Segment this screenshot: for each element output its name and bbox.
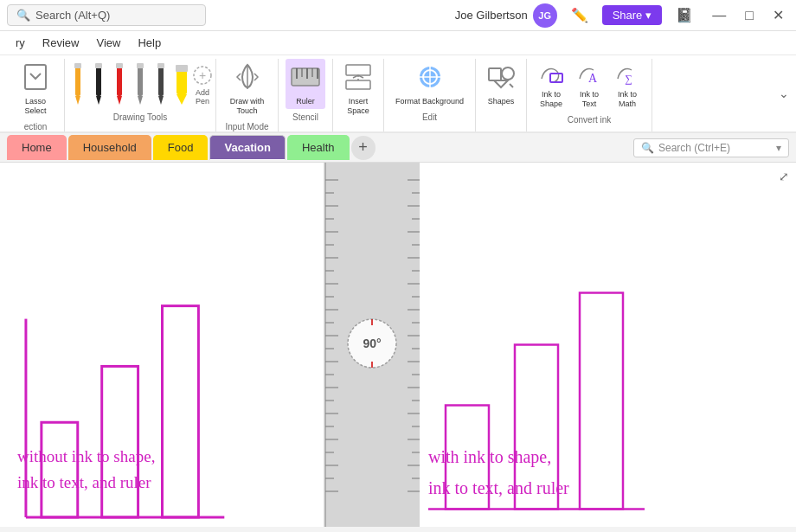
right-panel: with ink to shape, ink to text, and rule… xyxy=(420,163,796,527)
ribbon-expand-chevron[interactable]: ⌄ xyxy=(779,87,789,100)
ribbon-format-bg-section: Format Background Edit xyxy=(384,59,476,131)
menu-item-ry[interactable]: ry xyxy=(9,34,32,52)
pen-yellow-highlighter[interactable] xyxy=(172,62,191,106)
pen-black[interactable] xyxy=(89,62,108,106)
ink-to-math-button[interactable]: ∑ Ink to Math xyxy=(610,59,645,112)
svg-marker-8 xyxy=(117,96,122,105)
edit-label: Edit xyxy=(422,112,437,122)
close-button[interactable]: ✕ xyxy=(767,3,789,27)
format-background-button[interactable]: Format Background xyxy=(391,59,468,109)
pen-dark[interactable] xyxy=(151,62,170,106)
ribbon-drawing-tools-section: + Add Pen Drawing Tools xyxy=(65,59,216,131)
lasso-select-button[interactable]: Lasso Select xyxy=(14,59,57,119)
svg-rect-43 xyxy=(102,366,138,517)
shapes-icon xyxy=(487,61,515,95)
lasso-label: Lasso Select xyxy=(24,97,46,116)
tab-food[interactable]: Food xyxy=(153,135,209,160)
ribbon-lasso-section: Lasso Select ection xyxy=(7,59,65,131)
search-icon: 🔍 xyxy=(16,9,30,22)
menu-item-help[interactable]: Help xyxy=(131,34,168,52)
user-info: Joe Gilbertson JG xyxy=(455,3,557,28)
format-background-label: Format Background xyxy=(395,97,464,106)
menu-item-view[interactable]: View xyxy=(89,34,127,52)
pen-button[interactable]: ✏️ xyxy=(566,3,594,27)
pen-gray[interactable] xyxy=(131,62,150,106)
ruler-container[interactable]: 90° xyxy=(324,163,420,527)
svg-text:∑: ∑ xyxy=(625,73,632,85)
svg-rect-0 xyxy=(25,65,46,89)
ink-to-math-icon: ∑ xyxy=(614,61,640,88)
pen-red[interactable] xyxy=(110,62,129,106)
pen-tools-row: + Add Pen xyxy=(68,59,212,109)
svg-marker-37 xyxy=(494,80,508,87)
draw-with-touch-button[interactable]: Draw with Touch xyxy=(223,59,271,119)
shapes-button[interactable]: Shapes xyxy=(483,59,519,109)
svg-rect-7 xyxy=(117,65,122,96)
share-label: Share xyxy=(613,9,643,22)
insert-space-button[interactable]: Insert Space xyxy=(340,59,376,119)
touch-icon xyxy=(234,61,261,95)
ink-to-shape-label: Ink to Shape xyxy=(540,90,562,109)
ruler-degree-container: 90° xyxy=(342,313,402,377)
svg-rect-12 xyxy=(137,63,144,68)
tab-household[interactable]: Household xyxy=(68,135,151,160)
ribbon-shapes-section: Shapes xyxy=(476,59,527,131)
svg-rect-35 xyxy=(489,68,501,80)
ink-to-shape-button[interactable]: Ink to Shape xyxy=(534,59,568,112)
lasso-section-label: ection xyxy=(24,122,48,131)
menu-item-review[interactable]: Review xyxy=(35,34,87,52)
format-background-icon xyxy=(416,61,444,95)
input-mode-label: Input Mode xyxy=(225,122,268,131)
draw-with-touch-label: Draw with Touch xyxy=(230,97,265,116)
ink-to-math-label: Ink to Math xyxy=(618,90,637,109)
share-chevron: ▾ xyxy=(645,9,652,22)
menu-bar: ry Review View Help xyxy=(0,31,796,55)
svg-rect-10 xyxy=(138,65,143,96)
ruler-icon xyxy=(290,61,321,95)
ribbon-insert-space-section: Insert Space xyxy=(333,59,384,131)
svg-rect-1 xyxy=(75,65,80,96)
tab-home[interactable]: Home xyxy=(7,135,67,160)
ruler-degree-text: 90° xyxy=(363,337,381,350)
svg-rect-105 xyxy=(580,293,623,510)
share-button[interactable]: Share ▾ xyxy=(602,5,663,25)
search-icon: 🔍 xyxy=(641,142,654,154)
svg-rect-3 xyxy=(74,63,81,68)
maximize-button[interactable]: □ xyxy=(740,4,759,27)
svg-rect-28 xyxy=(346,65,370,75)
insert-space-label: Insert Space xyxy=(347,97,369,116)
ink-to-shape-icon xyxy=(538,61,564,88)
add-tab-button[interactable]: + xyxy=(351,136,376,160)
svg-marker-11 xyxy=(138,96,143,105)
svg-rect-15 xyxy=(157,63,164,68)
ruler-button[interactable]: Ruler xyxy=(286,59,325,109)
tabs-bar: Home Household Food Vacation Health + 🔍 … xyxy=(0,133,796,163)
left-canvas-text-1: without ink to shape, xyxy=(17,446,155,468)
tabs-search[interactable]: 🔍 Search (Ctrl+E) ▾ xyxy=(633,138,789,157)
svg-marker-17 xyxy=(177,94,187,105)
add-pen-button[interactable]: + Add Pen xyxy=(193,62,212,106)
expand-icon[interactable]: ⤢ xyxy=(779,170,789,183)
pen-orange[interactable] xyxy=(68,62,87,106)
right-canvas-text-2: ink to text, and ruler xyxy=(428,477,569,499)
svg-point-36 xyxy=(502,67,514,80)
svg-text:A: A xyxy=(588,72,598,85)
svg-marker-2 xyxy=(75,96,80,105)
shapes-label: Shapes xyxy=(488,97,515,106)
svg-line-38 xyxy=(510,84,513,87)
search-box[interactable]: 🔍 Search (Alt+Q) xyxy=(7,4,206,26)
tab-health[interactable]: Health xyxy=(287,135,350,160)
stencil-label: Stencil xyxy=(292,112,318,122)
svg-rect-42 xyxy=(42,422,78,517)
ribbon-stencil-section: Ruler Stencil xyxy=(279,59,333,131)
svg-marker-14 xyxy=(158,96,164,105)
ruler-label: Ruler xyxy=(296,97,315,106)
notebook-view-button[interactable]: 📓 xyxy=(671,3,698,27)
svg-rect-4 xyxy=(96,65,101,96)
minimize-button[interactable]: — xyxy=(707,4,731,27)
tab-vacation[interactable]: Vacation xyxy=(209,135,285,160)
svg-rect-22 xyxy=(292,68,319,86)
ribbon: Lasso Select ection xyxy=(0,55,796,133)
ink-to-text-button[interactable]: A Ink to Text xyxy=(572,59,607,112)
title-bar-right: Joe Gilbertson JG ✏️ Share ▾ 📓 — □ ✕ xyxy=(455,3,789,28)
